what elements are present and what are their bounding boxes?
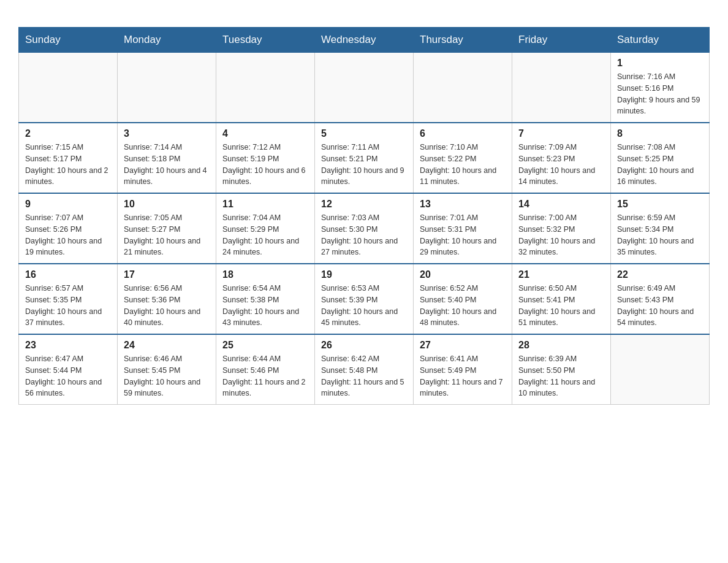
day-info: Sunrise: 7:15 AMSunset: 5:17 PMDaylight:… (25, 142, 111, 188)
day-number: 13 (420, 199, 506, 210)
calendar-cell: 18Sunrise: 6:54 AMSunset: 5:38 PMDayligh… (216, 264, 315, 334)
day-number: 12 (321, 199, 407, 210)
calendar-cell: 20Sunrise: 6:52 AMSunset: 5:40 PMDayligh… (414, 264, 512, 334)
day-info: Sunrise: 6:54 AMSunset: 5:38 PMDaylight:… (222, 283, 308, 329)
calendar-cell: 22Sunrise: 6:49 AMSunset: 5:43 PMDayligh… (611, 264, 710, 334)
day-number: 6 (420, 128, 506, 139)
day-header-wednesday: Wednesday (315, 28, 414, 53)
calendar-cell (19, 53, 118, 123)
day-info: Sunrise: 7:08 AMSunset: 5:25 PMDaylight:… (617, 142, 703, 188)
calendar-cell: 21Sunrise: 6:50 AMSunset: 5:41 PMDayligh… (512, 264, 611, 334)
day-number: 1 (617, 58, 703, 69)
day-header-sunday: Sunday (19, 28, 118, 53)
day-info: Sunrise: 6:42 AMSunset: 5:48 PMDaylight:… (321, 353, 407, 399)
calendar-cell (315, 53, 414, 123)
day-header-thursday: Thursday (414, 28, 512, 53)
calendar-cell: 27Sunrise: 6:41 AMSunset: 5:49 PMDayligh… (414, 334, 512, 405)
day-number: 8 (617, 128, 703, 139)
calendar-cell: 11Sunrise: 7:04 AMSunset: 5:29 PMDayligh… (216, 193, 315, 264)
day-number: 9 (25, 199, 111, 210)
day-info: Sunrise: 7:05 AMSunset: 5:27 PMDaylight:… (124, 212, 210, 258)
day-info: Sunrise: 6:46 AMSunset: 5:45 PMDaylight:… (124, 353, 210, 399)
day-header-saturday: Saturday (611, 28, 710, 53)
day-info: Sunrise: 6:59 AMSunset: 5:34 PMDaylight:… (617, 212, 703, 258)
day-number: 22 (617, 269, 703, 280)
calendar-cell: 23Sunrise: 6:47 AMSunset: 5:44 PMDayligh… (19, 334, 118, 405)
calendar-week-row: 2Sunrise: 7:15 AMSunset: 5:17 PMDaylight… (19, 123, 710, 193)
day-header-tuesday: Tuesday (216, 28, 315, 53)
day-number: 28 (518, 340, 604, 351)
calendar-cell (216, 53, 315, 123)
day-info: Sunrise: 6:50 AMSunset: 5:41 PMDaylight:… (518, 283, 604, 329)
day-info: Sunrise: 6:57 AMSunset: 5:35 PMDaylight:… (25, 283, 111, 329)
day-info: Sunrise: 6:39 AMSunset: 5:50 PMDaylight:… (518, 353, 604, 399)
day-number: 5 (321, 128, 407, 139)
calendar-cell (611, 334, 710, 405)
calendar-cell: 5Sunrise: 7:11 AMSunset: 5:21 PMDaylight… (315, 123, 414, 193)
day-info: Sunrise: 6:52 AMSunset: 5:40 PMDaylight:… (420, 283, 506, 329)
calendar-cell: 14Sunrise: 7:00 AMSunset: 5:32 PMDayligh… (512, 193, 611, 264)
day-number: 17 (124, 269, 210, 280)
calendar-week-row: 1Sunrise: 7:16 AMSunset: 5:16 PMDaylight… (19, 53, 710, 123)
calendar-cell: 1Sunrise: 7:16 AMSunset: 5:16 PMDaylight… (611, 53, 710, 123)
calendar-cell: 12Sunrise: 7:03 AMSunset: 5:30 PMDayligh… (315, 193, 414, 264)
calendar-week-row: 23Sunrise: 6:47 AMSunset: 5:44 PMDayligh… (19, 334, 710, 405)
day-number: 4 (222, 128, 308, 139)
day-number: 14 (518, 199, 604, 210)
day-number: 11 (222, 199, 308, 210)
day-number: 7 (518, 128, 604, 139)
calendar-cell: 26Sunrise: 6:42 AMSunset: 5:48 PMDayligh… (315, 334, 414, 405)
day-info: Sunrise: 6:47 AMSunset: 5:44 PMDaylight:… (25, 353, 111, 399)
day-info: Sunrise: 6:41 AMSunset: 5:49 PMDaylight:… (420, 353, 506, 399)
day-info: Sunrise: 6:44 AMSunset: 5:46 PMDaylight:… (222, 353, 308, 399)
day-info: Sunrise: 7:07 AMSunset: 5:26 PMDaylight:… (25, 212, 111, 258)
day-number: 19 (321, 269, 407, 280)
day-number: 24 (124, 340, 210, 351)
day-info: Sunrise: 7:04 AMSunset: 5:29 PMDaylight:… (222, 212, 308, 258)
calendar-cell: 13Sunrise: 7:01 AMSunset: 5:31 PMDayligh… (414, 193, 512, 264)
day-number: 15 (617, 199, 703, 210)
day-info: Sunrise: 6:56 AMSunset: 5:36 PMDaylight:… (124, 283, 210, 329)
calendar-cell: 28Sunrise: 6:39 AMSunset: 5:50 PMDayligh… (512, 334, 611, 405)
page-header (18, 12, 710, 15)
day-header-friday: Friday (512, 28, 611, 53)
day-number: 16 (25, 269, 111, 280)
day-info: Sunrise: 7:09 AMSunset: 5:23 PMDaylight:… (518, 142, 604, 188)
calendar-header-row: SundayMondayTuesdayWednesdayThursdayFrid… (19, 28, 710, 53)
calendar-cell: 24Sunrise: 6:46 AMSunset: 5:45 PMDayligh… (118, 334, 216, 405)
calendar-cell (512, 53, 611, 123)
day-number: 10 (124, 199, 210, 210)
day-number: 3 (124, 128, 210, 139)
day-number: 27 (420, 340, 506, 351)
day-info: Sunrise: 7:14 AMSunset: 5:18 PMDaylight:… (124, 142, 210, 188)
calendar-cell: 9Sunrise: 7:07 AMSunset: 5:26 PMDaylight… (19, 193, 118, 264)
calendar-cell: 8Sunrise: 7:08 AMSunset: 5:25 PMDaylight… (611, 123, 710, 193)
day-number: 25 (222, 340, 308, 351)
calendar-cell: 25Sunrise: 6:44 AMSunset: 5:46 PMDayligh… (216, 334, 315, 405)
calendar-cell: 6Sunrise: 7:10 AMSunset: 5:22 PMDaylight… (414, 123, 512, 193)
calendar-cell: 17Sunrise: 6:56 AMSunset: 5:36 PMDayligh… (118, 264, 216, 334)
calendar-cell: 15Sunrise: 6:59 AMSunset: 5:34 PMDayligh… (611, 193, 710, 264)
calendar-cell: 3Sunrise: 7:14 AMSunset: 5:18 PMDaylight… (118, 123, 216, 193)
calendar-cell: 19Sunrise: 6:53 AMSunset: 5:39 PMDayligh… (315, 264, 414, 334)
day-info: Sunrise: 7:00 AMSunset: 5:32 PMDaylight:… (518, 212, 604, 258)
calendar-week-row: 9Sunrise: 7:07 AMSunset: 5:26 PMDaylight… (19, 193, 710, 264)
calendar-week-row: 16Sunrise: 6:57 AMSunset: 5:35 PMDayligh… (19, 264, 710, 334)
day-info: Sunrise: 6:53 AMSunset: 5:39 PMDaylight:… (321, 283, 407, 329)
day-info: Sunrise: 7:10 AMSunset: 5:22 PMDaylight:… (420, 142, 506, 188)
day-info: Sunrise: 7:03 AMSunset: 5:30 PMDaylight:… (321, 212, 407, 258)
day-info: Sunrise: 7:11 AMSunset: 5:21 PMDaylight:… (321, 142, 407, 188)
day-number: 21 (518, 269, 604, 280)
calendar-cell (118, 53, 216, 123)
day-info: Sunrise: 6:49 AMSunset: 5:43 PMDaylight:… (617, 283, 703, 329)
calendar-table: SundayMondayTuesdayWednesdayThursdayFrid… (18, 27, 710, 405)
calendar-cell (414, 53, 512, 123)
day-info: Sunrise: 7:16 AMSunset: 5:16 PMDaylight:… (617, 71, 703, 117)
calendar-cell: 7Sunrise: 7:09 AMSunset: 5:23 PMDaylight… (512, 123, 611, 193)
calendar-cell: 4Sunrise: 7:12 AMSunset: 5:19 PMDaylight… (216, 123, 315, 193)
calendar-cell: 16Sunrise: 6:57 AMSunset: 5:35 PMDayligh… (19, 264, 118, 334)
day-number: 18 (222, 269, 308, 280)
day-info: Sunrise: 7:01 AMSunset: 5:31 PMDaylight:… (420, 212, 506, 258)
day-number: 2 (25, 128, 111, 139)
day-number: 20 (420, 269, 506, 280)
